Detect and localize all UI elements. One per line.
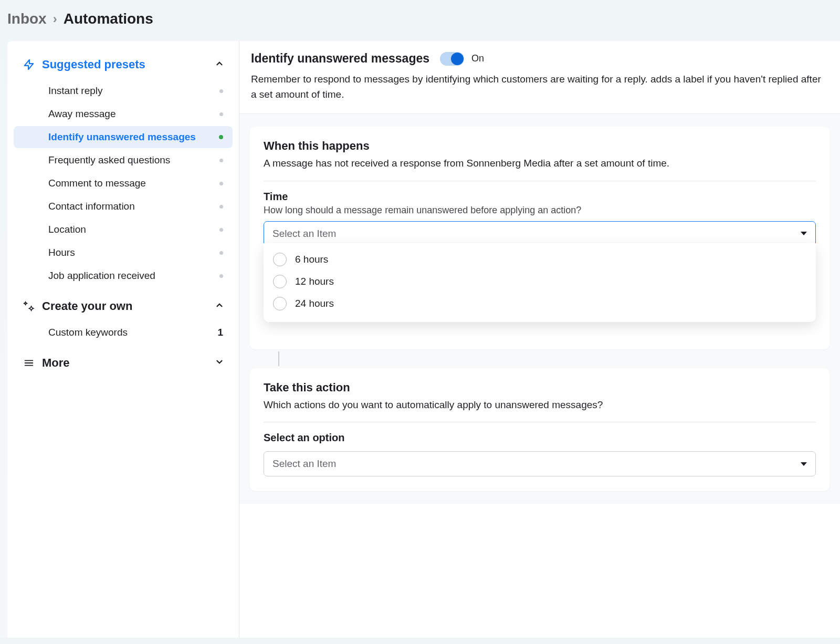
breadcrumb-current: Automations bbox=[64, 11, 153, 27]
section-more[interactable]: More bbox=[14, 352, 233, 374]
breadcrumb: Inbox › Automations bbox=[0, 0, 840, 41]
when-title: When this happens bbox=[264, 139, 816, 153]
time-option-6-hours[interactable]: 6 hours bbox=[264, 248, 816, 271]
sidebar-item-identify-unanswered[interactable]: Identify unanswered messages bbox=[14, 126, 233, 148]
status-dot bbox=[219, 251, 223, 255]
enable-toggle[interactable] bbox=[440, 52, 464, 66]
page-description: Remember to respond to messages by ident… bbox=[251, 72, 828, 102]
when-subtitle: A message has not received a response fr… bbox=[264, 156, 816, 171]
radio-icon bbox=[273, 275, 287, 288]
menu-icon bbox=[22, 357, 36, 369]
section-create-your-own[interactable]: Create your own bbox=[14, 295, 233, 317]
main-panel: Identify unanswered messages On Remember… bbox=[239, 41, 840, 638]
option-label: 6 hours bbox=[295, 254, 328, 265]
status-dot bbox=[219, 274, 223, 278]
sidebar-item-comment-to-message[interactable]: Comment to message bbox=[14, 172, 233, 194]
status-dot bbox=[219, 182, 223, 185]
select-placeholder: Select an Item bbox=[272, 458, 336, 470]
breadcrumb-parent[interactable]: Inbox bbox=[7, 11, 47, 27]
action-title: Take this action bbox=[264, 381, 816, 394]
sparkle-icon bbox=[22, 300, 36, 312]
sidebar-item-contact-info[interactable]: Contact information bbox=[14, 195, 233, 217]
time-option-24-hours[interactable]: 24 hours bbox=[264, 293, 816, 315]
action-select[interactable]: Select an Item bbox=[264, 451, 816, 476]
toggle-knob bbox=[451, 53, 464, 65]
flow-connector bbox=[278, 351, 279, 366]
sidebar-item-custom-keywords[interactable]: Custom keywords 1 bbox=[14, 321, 233, 344]
section-title-presets: Suggested presets bbox=[42, 58, 208, 71]
radio-icon bbox=[273, 297, 287, 310]
main-header: Identify unanswered messages On Remember… bbox=[239, 41, 840, 114]
section-suggested-presets[interactable]: Suggested presets bbox=[14, 54, 233, 76]
count-badge: 1 bbox=[217, 327, 223, 338]
caret-down-icon bbox=[801, 232, 807, 235]
sidebar-item-label: Contact information bbox=[48, 201, 135, 212]
time-select[interactable]: Select an Item bbox=[264, 221, 816, 246]
sidebar-item-label: Job application received bbox=[48, 270, 155, 282]
when-card: When this happens A message has not rece… bbox=[250, 127, 830, 349]
time-label: Time bbox=[264, 191, 816, 203]
toggle-status-label: On bbox=[471, 53, 484, 64]
sidebar: Suggested presets Instant reply Away mes… bbox=[7, 41, 239, 638]
sidebar-item-label: Custom keywords bbox=[48, 327, 128, 338]
chevron-up-icon bbox=[215, 59, 224, 70]
divider bbox=[264, 181, 816, 181]
sidebar-item-label: Away message bbox=[48, 108, 116, 120]
sidebar-item-hours[interactable]: Hours bbox=[14, 242, 233, 264]
sidebar-item-faq[interactable]: Frequently asked questions bbox=[14, 149, 233, 171]
caret-down-icon bbox=[801, 462, 807, 466]
radio-icon bbox=[273, 253, 287, 266]
sidebar-item-location[interactable]: Location bbox=[14, 219, 233, 241]
status-dot bbox=[219, 228, 223, 232]
status-dot bbox=[219, 205, 223, 209]
chevron-up-icon bbox=[215, 300, 224, 312]
action-subtitle: Which actions do you want to automatical… bbox=[264, 398, 816, 413]
section-title-create: Create your own bbox=[42, 299, 208, 313]
bolt-icon bbox=[22, 59, 36, 70]
sidebar-item-away-message[interactable]: Away message bbox=[14, 103, 233, 125]
action-card: Take this action Which actions do you wa… bbox=[250, 368, 830, 492]
sidebar-item-instant-reply[interactable]: Instant reply bbox=[14, 80, 233, 102]
time-dropdown-panel: 6 hours 12 hours 24 hours bbox=[264, 243, 816, 322]
page-title: Identify unanswered messages bbox=[251, 51, 429, 66]
chevron-right-icon: › bbox=[53, 12, 57, 26]
sidebar-item-label: Frequently asked questions bbox=[48, 154, 170, 166]
sidebar-item-job-application[interactable]: Job application received bbox=[14, 265, 233, 287]
time-help: How long should a message remain unanswe… bbox=[264, 205, 816, 216]
sidebar-item-label: Comment to message bbox=[48, 178, 146, 189]
status-dot bbox=[219, 159, 223, 162]
chevron-down-icon bbox=[215, 357, 224, 369]
select-placeholder: Select an Item bbox=[272, 228, 336, 240]
status-dot-active bbox=[219, 135, 223, 139]
sidebar-item-label: Hours bbox=[48, 247, 75, 258]
status-dot bbox=[219, 89, 223, 93]
sidebar-item-label: Identify unanswered messages bbox=[48, 131, 196, 143]
time-option-12-hours[interactable]: 12 hours bbox=[264, 271, 816, 293]
sidebar-item-label: Location bbox=[48, 224, 86, 235]
status-dot bbox=[219, 112, 223, 116]
svg-marker-0 bbox=[25, 60, 34, 69]
option-label: 12 hours bbox=[295, 276, 334, 287]
action-option-label: Select an option bbox=[264, 432, 816, 444]
divider bbox=[264, 422, 816, 422]
sidebar-item-label: Instant reply bbox=[48, 85, 103, 97]
section-title-more: More bbox=[42, 356, 208, 370]
option-label: 24 hours bbox=[295, 298, 334, 309]
